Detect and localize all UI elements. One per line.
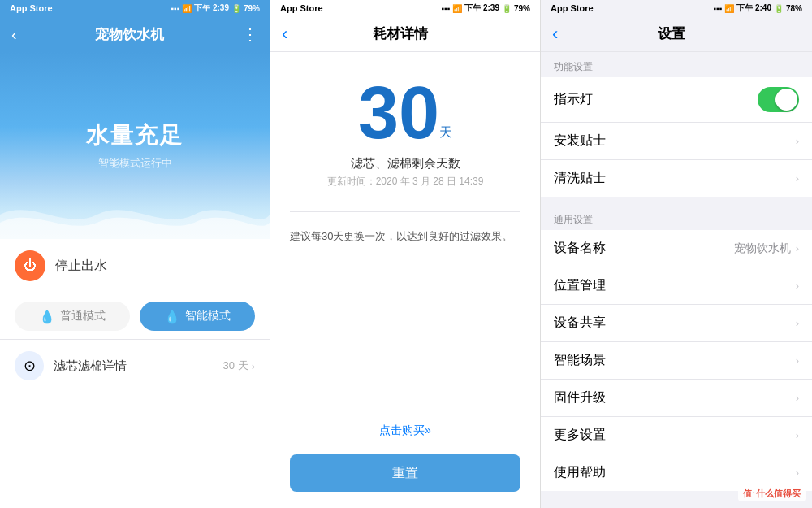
device-name-arrow-icon: ›: [796, 242, 799, 254]
screen2-nav-title: 耗材详情: [373, 24, 428, 43]
screen2-status-icons: ▪▪▪ 📶 下午 2:39 🔋 79%: [442, 2, 530, 14]
water-status-text: 水量充足: [86, 120, 184, 151]
water-waves: [0, 190, 270, 239]
screen3-carrier: App Store: [551, 3, 594, 13]
location-management-label: 位置管理: [554, 277, 796, 294]
screen2-back-icon[interactable]: ‹: [282, 24, 287, 45]
days-unit: 天: [439, 124, 452, 141]
screen3-signal-icon: ▪▪▪: [714, 4, 723, 13]
consumable-hint: 建议每30天更换一次，以达到良好的过滤效果。: [290, 228, 512, 245]
smart-mode-label: 智能模式: [185, 309, 231, 323]
functional-settings-group: 指示灯 安装贴士 › 清洗贴士 ›: [541, 77, 812, 197]
screen3-wifi-icon: 📶: [724, 4, 734, 13]
screen1-back-icon[interactable]: ‹: [11, 25, 17, 44]
filter-days: 30 天: [223, 358, 248, 373]
screen1-pet-water-dispenser: App Store ▪▪▪ 📶 下午 2:39 🔋 79% ‹ 宠物饮水机 ⋮ …: [0, 0, 270, 508]
filter-label: 滤芯滤棉详情: [54, 358, 223, 374]
stop-water-icon: ⏻: [15, 250, 45, 281]
screen3-time: 下午 2:40: [736, 2, 771, 14]
buy-link[interactable]: 点击购买»: [379, 423, 431, 438]
water-sub-text: 智能模式运行中: [98, 156, 172, 171]
location-management-row[interactable]: 位置管理 ›: [541, 267, 812, 305]
screen3-nav-title: 设置: [658, 24, 685, 43]
device-name-row[interactable]: 设备名称 宠物饮水机 ›: [541, 230, 812, 267]
screen3-status-bar: App Store ▪▪▪ 📶 下午 2:40 🔋 78%: [541, 0, 812, 16]
screen3-battery-icon: 🔋: [774, 4, 784, 13]
location-management-arrow-icon: ›: [796, 280, 799, 292]
clean-tips-arrow-icon: ›: [796, 172, 799, 185]
consumable-body: 30 天 滤芯、滤棉剩余天数 更新时间：2020 年 3 月 28 日 14:3…: [270, 52, 540, 508]
device-sharing-arrow-icon: ›: [796, 317, 799, 329]
smart-scene-arrow-icon: ›: [796, 354, 799, 367]
device-name-label: 设备名称: [554, 240, 734, 257]
help-label: 使用帮助: [554, 464, 796, 481]
divider: [290, 211, 520, 212]
section-general-label: 通用设置: [541, 205, 812, 230]
smart-scene-row[interactable]: 智能场景 ›: [541, 342, 812, 380]
indicator-toggle[interactable]: [758, 87, 799, 112]
screen2-battery-pct: 79%: [514, 4, 530, 13]
device-sharing-label: 设备共享: [554, 315, 796, 332]
screen3-back-icon[interactable]: ‹: [552, 24, 558, 45]
reset-button[interactable]: 重置: [290, 454, 520, 492]
reset-label: 重置: [392, 465, 418, 482]
more-settings-row[interactable]: 更多设置 ›: [541, 417, 812, 454]
firmware-update-arrow-icon: ›: [796, 392, 799, 404]
screen2-consumable-detail: App Store ▪▪▪ 📶 下午 2:39 🔋 79% ‹ 耗材详情 30 …: [270, 0, 541, 508]
clean-tips-label: 清洗贴士: [554, 170, 796, 187]
screen3-settings: App Store ▪▪▪ 📶 下午 2:40 🔋 78% ‹ 设置 功能设置 …: [541, 0, 812, 508]
screen1-wifi-icon: 📶: [182, 4, 192, 13]
more-settings-arrow-icon: ›: [796, 429, 799, 441]
screen1-battery-pct: 79%: [244, 4, 260, 13]
screen1-carrier: App Store: [10, 3, 53, 13]
firmware-update-row[interactable]: 固件升级 ›: [541, 380, 812, 417]
screen1-status-icons: ▪▪▪ 📶 下午 2:39 🔋 79%: [171, 2, 260, 14]
water-status-hero: 水量充足 智能模式运行中: [0, 52, 270, 239]
controls-area: ⏻ 停止出水 💧 普通模式 💧 智能模式 ⊙ 滤芯滤棉详情 30 天 ›: [0, 239, 270, 508]
screen2-time: 下午 2:39: [464, 2, 499, 14]
smart-scene-label: 智能场景: [554, 352, 796, 369]
stop-water-row[interactable]: ⏻ 停止出水: [0, 239, 270, 293]
days-row: 30 天: [358, 76, 452, 150]
normal-mode-label: 普通模式: [60, 309, 106, 323]
screen1-signal-icon: ▪▪▪: [171, 4, 180, 13]
screen2-battery-icon: 🔋: [502, 4, 512, 13]
clean-tips-row[interactable]: 清洗贴士 ›: [541, 160, 812, 197]
screen2-wifi-icon: 📶: [452, 4, 462, 13]
water-drop-normal-icon: 💧: [39, 309, 55, 324]
install-tips-row[interactable]: 安装贴士 ›: [541, 123, 812, 160]
screen2-signal-icon: ▪▪▪: [442, 4, 451, 13]
general-settings-group: 设备名称 宠物饮水机 › 位置管理 › 设备共享 › 智能场景 › 固件升级: [541, 230, 812, 491]
section-functional-label: 功能设置: [541, 52, 812, 77]
install-tips-arrow-icon: ›: [796, 135, 799, 147]
indicator-light-label: 指示灯: [554, 91, 758, 108]
screen2-status-bar: App Store ▪▪▪ 📶 下午 2:39 🔋 79%: [270, 0, 540, 16]
water-drop-smart-icon: 💧: [164, 309, 180, 324]
more-settings-label: 更多设置: [554, 427, 796, 444]
help-arrow-icon: ›: [796, 467, 799, 479]
device-sharing-row[interactable]: 设备共享 ›: [541, 305, 812, 342]
consumable-label: 滤芯、滤棉剩余天数: [351, 156, 460, 172]
screen1-battery-icon: 🔋: [231, 4, 241, 13]
screen3-battery-pct: 78%: [786, 4, 802, 13]
device-name-value: 宠物饮水机: [734, 241, 791, 256]
screen2-nav-bar: ‹ 耗材详情: [270, 16, 540, 52]
screen1-time: 下午 2:39: [194, 2, 229, 14]
mode-selector-row: 💧 普通模式 💧 智能模式: [0, 293, 270, 340]
screen3-nav-bar: ‹ 设置: [541, 16, 812, 52]
screen1-nav-title: 宠物饮水机: [95, 25, 164, 44]
screen1-more-icon[interactable]: ⋮: [242, 24, 258, 44]
smart-mode-btn[interactable]: 💧 智能模式: [140, 302, 255, 331]
indicator-light-row[interactable]: 指示灯: [541, 77, 812, 123]
screen3-status-icons: ▪▪▪ 📶 下午 2:40 🔋 78%: [714, 2, 802, 14]
filter-detail-row[interactable]: ⊙ 滤芯滤棉详情 30 天 ›: [0, 340, 270, 392]
install-tips-label: 安装贴士: [554, 132, 796, 150]
update-time: 更新时间：2020 年 3 月 28 日 14:39: [327, 175, 484, 189]
normal-mode-btn[interactable]: 💧 普通模式: [15, 302, 130, 331]
help-row[interactable]: 使用帮助 ›: [541, 454, 812, 491]
screen1-status-bar: App Store ▪▪▪ 📶 下午 2:39 🔋 79%: [0, 0, 270, 16]
stop-water-label: 停止出水: [55, 258, 107, 275]
firmware-update-label: 固件升级: [554, 389, 796, 406]
filter-icon: ⊙: [15, 351, 44, 380]
toggle-knob: [775, 89, 797, 111]
